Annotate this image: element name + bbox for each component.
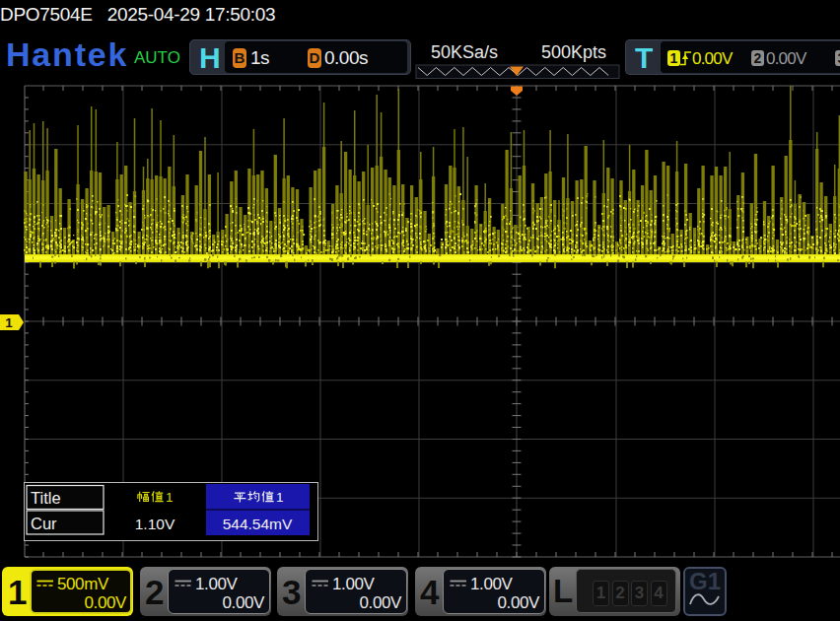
svg-text:1: 1	[166, 490, 174, 505]
svg-text:1.10V: 1.10V	[135, 516, 175, 532]
svg-text:Title: Title	[31, 489, 61, 507]
svg-text:1: 1	[276, 490, 284, 505]
svg-text:544.54mV: 544.54mV	[223, 516, 293, 532]
svg-text:Cur: Cur	[31, 515, 57, 532]
